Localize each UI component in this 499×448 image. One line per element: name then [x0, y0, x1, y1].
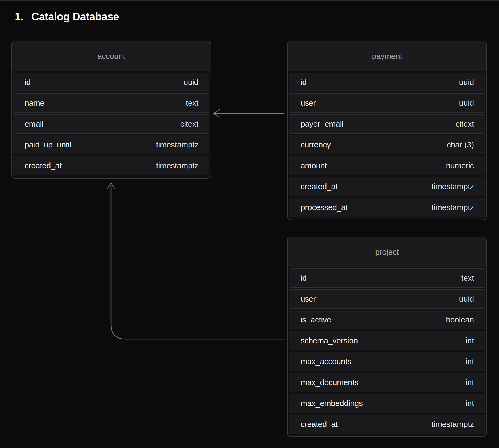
arrowhead-up-icon — [107, 183, 115, 189]
field-name: email — [25, 119, 43, 128]
field-type: char (3) — [447, 140, 474, 149]
field-name: is_active — [301, 315, 331, 324]
relation-project-account — [107, 183, 284, 339]
table-row[interactable]: amount numeric — [289, 156, 485, 175]
table-row[interactable]: max_embeddings int — [289, 394, 485, 413]
field-name: paid_up_until — [25, 140, 71, 149]
table-row[interactable]: id text — [289, 268, 485, 288]
table-row[interactable]: id uuid — [289, 73, 485, 92]
field-name: created_at — [301, 420, 338, 429]
table-row[interactable]: is_active boolean — [289, 310, 485, 329]
field-name: user — [301, 98, 316, 108]
table-account-rows: id uuid name text email citext paid_up_u… — [12, 71, 211, 178]
field-type: timestamptz — [156, 161, 198, 170]
arrowhead-left-icon — [214, 110, 220, 117]
field-type: timestamptz — [432, 203, 474, 212]
field-type: int — [466, 357, 474, 366]
field-name: id — [301, 274, 307, 283]
diagram-canvas[interactable]: 1. Catalog Database account id uuid name… — [0, 0, 499, 448]
field-type: timestamptz — [156, 140, 198, 149]
field-name: name — [25, 98, 44, 108]
table-row[interactable]: max_accounts int — [289, 352, 485, 371]
field-type: timestamptz — [432, 182, 474, 191]
table-project-header[interactable]: project — [288, 237, 486, 267]
table-row[interactable]: processed_at timestamptz — [289, 198, 485, 217]
table-project-rows: id text user uuid is_active boolean sche… — [288, 267, 486, 436]
table-row[interactable]: paid_up_until timestamptz — [13, 135, 209, 154]
table-row[interactable]: created_at timestamptz — [289, 177, 485, 196]
table-title: project — [375, 248, 399, 257]
window-top-edge — [0, 0, 499, 1]
field-name: processed_at — [301, 203, 348, 212]
field-name: max_documents — [301, 378, 358, 387]
field-name: payor_email — [301, 119, 343, 128]
field-name: schema_version — [301, 336, 358, 345]
field-name: created_at — [301, 182, 338, 191]
table-row[interactable]: currency char (3) — [289, 135, 485, 154]
field-name: user — [301, 294, 316, 303]
field-type: boolean — [446, 315, 474, 324]
table-project[interactable]: project id text user uuid is_active bool… — [287, 237, 487, 437]
table-row[interactable]: id uuid — [13, 73, 209, 92]
field-type: text — [186, 98, 198, 108]
field-type: int — [466, 336, 474, 345]
field-type: citext — [180, 119, 198, 128]
table-row[interactable]: name text — [13, 93, 209, 113]
field-name: max_accounts — [301, 357, 351, 366]
table-row[interactable]: payor_email citext — [289, 114, 485, 134]
field-name: created_at — [25, 161, 62, 170]
page-title-number: 1. — [15, 11, 23, 23]
field-type: int — [466, 399, 474, 408]
relation-line — [111, 184, 284, 339]
table-row[interactable]: created_at timestamptz — [289, 415, 485, 434]
table-payment[interactable]: payment id uuid user uuid payor_email ci… — [287, 41, 487, 220]
table-row[interactable]: email citext — [13, 114, 209, 134]
field-name: id — [25, 78, 31, 87]
table-payment-rows: id uuid user uuid payor_email citext cur… — [288, 71, 486, 220]
field-type: citext — [456, 119, 474, 128]
table-row[interactable]: user uuid — [289, 289, 485, 309]
table-title: payment — [372, 52, 402, 61]
table-row[interactable]: max_documents int — [289, 373, 485, 392]
page-title: 1. Catalog Database — [15, 11, 119, 23]
table-account[interactable]: account id uuid name text email citext p… — [11, 41, 211, 179]
field-name: max_embeddings — [301, 399, 363, 408]
field-type: uuid — [459, 78, 474, 87]
table-payment-header[interactable]: payment — [288, 41, 486, 71]
table-row[interactable]: schema_version int — [289, 331, 485, 350]
field-name: amount — [301, 161, 327, 170]
field-name: currency — [301, 140, 331, 149]
field-type: uuid — [459, 98, 474, 108]
table-account-header[interactable]: account — [12, 41, 211, 71]
field-name: id — [301, 78, 307, 87]
page-title-text: Catalog Database — [31, 11, 119, 23]
table-title: account — [98, 52, 125, 61]
table-row[interactable]: user uuid — [289, 93, 485, 113]
field-type: uuid — [183, 78, 198, 87]
field-type: int — [466, 378, 474, 387]
field-type: uuid — [459, 294, 474, 303]
table-row[interactable]: created_at timestamptz — [13, 156, 209, 175]
field-type: text — [461, 274, 474, 283]
field-type: timestamptz — [432, 420, 474, 429]
relation-payment-account — [214, 110, 284, 117]
field-type: numeric — [446, 161, 474, 170]
